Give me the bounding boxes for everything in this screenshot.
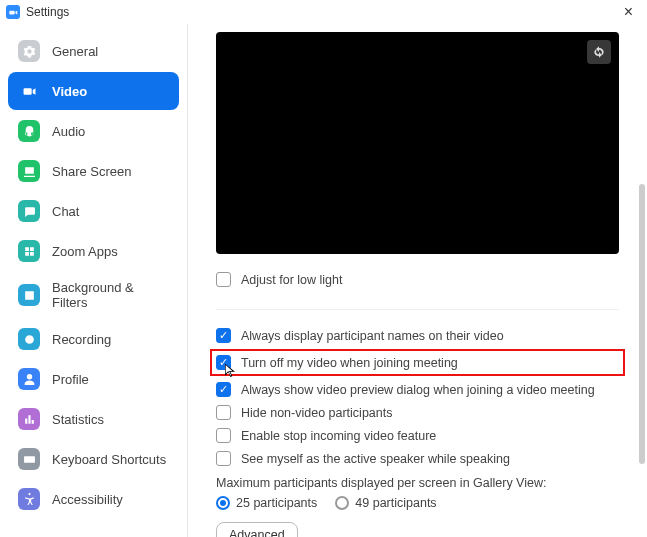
- sidebar-item-label: Keyboard Shortcuts: [52, 452, 166, 467]
- always-display-names-label: Always display participant names on thei…: [241, 329, 504, 343]
- always-preview-label: Always show video preview dialog when jo…: [241, 383, 595, 397]
- gallery-25-label: 25 participants: [236, 496, 317, 510]
- sidebar-item-label: Statistics: [52, 412, 104, 427]
- share-icon: [18, 160, 40, 182]
- scrollbar[interactable]: [639, 184, 645, 464]
- sidebar-item-general[interactable]: General: [8, 32, 179, 70]
- sidebar-item-background-filters[interactable]: Background & Filters: [8, 272, 179, 318]
- sidebar-item-statistics[interactable]: Statistics: [8, 400, 179, 438]
- sidebar-item-label: Share Screen: [52, 164, 132, 179]
- sidebar-item-recording[interactable]: Recording: [8, 320, 179, 358]
- audio-icon: [18, 120, 40, 142]
- adjust-low-light-label: Adjust for low light: [241, 273, 342, 287]
- enable-stop-incoming-label: Enable stop incoming video feature: [241, 429, 436, 443]
- window-title: Settings: [26, 5, 69, 19]
- close-icon[interactable]: ×: [618, 4, 639, 20]
- enable-stop-incoming-checkbox[interactable]: [216, 428, 231, 443]
- hide-nonvideo-checkbox[interactable]: [216, 405, 231, 420]
- rec-icon: [18, 328, 40, 350]
- sidebar-item-label: Background & Filters: [52, 280, 169, 310]
- zoom-app-icon: [6, 5, 20, 19]
- gallery-25-radio[interactable]: [216, 496, 230, 510]
- sidebar-item-zoom-apps[interactable]: Zoom Apps: [8, 232, 179, 270]
- keyboard-icon: [18, 448, 40, 470]
- sidebar-item-label: Recording: [52, 332, 111, 347]
- settings-content: Adjust for low light Always display part…: [188, 24, 647, 537]
- always-display-names-checkbox[interactable]: [216, 328, 231, 343]
- sidebar-item-accessibility[interactable]: Accessibility: [8, 480, 179, 518]
- see-myself-speaker-checkbox[interactable]: [216, 451, 231, 466]
- sidebar-item-label: Zoom Apps: [52, 244, 118, 259]
- sidebar-item-share-screen[interactable]: Share Screen: [8, 152, 179, 190]
- gallery-view-label: Maximum participants displayed per scree…: [216, 470, 619, 494]
- stats-icon: [18, 408, 40, 430]
- bg-icon: [18, 284, 40, 306]
- sidebar-item-audio[interactable]: Audio: [8, 112, 179, 150]
- turn-off-video-join-checkbox[interactable]: [216, 355, 231, 370]
- always-preview-checkbox[interactable]: [216, 382, 231, 397]
- adjust-low-light-checkbox[interactable]: [216, 272, 231, 287]
- sidebar-item-label: Profile: [52, 372, 89, 387]
- sidebar-item-label: Video: [52, 84, 87, 99]
- gallery-49-radio[interactable]: [335, 496, 349, 510]
- highlighted-setting: Turn off my video when joining meeting: [210, 349, 625, 376]
- advanced-button[interactable]: Advanced: [216, 522, 298, 537]
- accessibility-icon: [18, 488, 40, 510]
- sidebar-item-label: Chat: [52, 204, 79, 219]
- hide-nonvideo-label: Hide non-video participants: [241, 406, 392, 420]
- video-icon: [18, 80, 40, 102]
- sidebar-item-label: General: [52, 44, 98, 59]
- gear-icon: [18, 40, 40, 62]
- chat-icon: [18, 200, 40, 222]
- sidebar-item-keyboard-shortcuts[interactable]: Keyboard Shortcuts: [8, 440, 179, 478]
- profile-icon: [18, 368, 40, 390]
- video-preview: [216, 32, 619, 254]
- sidebar-item-label: Accessibility: [52, 492, 123, 507]
- see-myself-speaker-label: See myself as the active speaker while s…: [241, 452, 510, 466]
- sidebar-item-video[interactable]: Video: [8, 72, 179, 110]
- turn-off-video-join-label: Turn off my video when joining meeting: [241, 356, 458, 370]
- sidebar-item-chat[interactable]: Chat: [8, 192, 179, 230]
- svg-point-0: [25, 335, 34, 344]
- sidebar-item-profile[interactable]: Profile: [8, 360, 179, 398]
- settings-sidebar: GeneralVideoAudioShare ScreenChatZoom Ap…: [0, 24, 188, 537]
- apps-icon: [18, 240, 40, 262]
- rotate-camera-button[interactable]: [587, 40, 611, 64]
- sidebar-item-label: Audio: [52, 124, 85, 139]
- gallery-49-label: 49 participants: [355, 496, 436, 510]
